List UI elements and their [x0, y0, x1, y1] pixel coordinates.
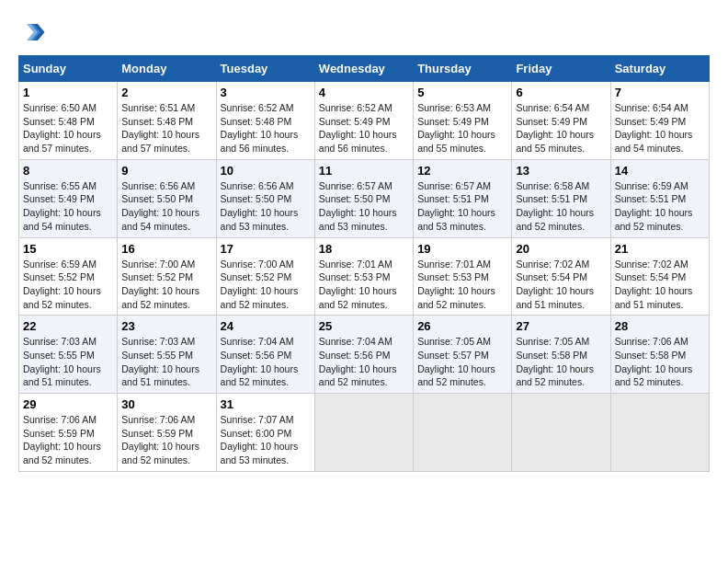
- calendar-cell: 7Sunrise: 6:54 AM Sunset: 5:49 PM Daylig…: [610, 82, 709, 160]
- calendar-cell: 29Sunrise: 7:06 AM Sunset: 5:59 PM Dayli…: [19, 394, 118, 472]
- day-info: Sunrise: 6:55 AM Sunset: 5:49 PM Dayligh…: [23, 179, 113, 234]
- calendar-cell: 22Sunrise: 7:03 AM Sunset: 5:55 PM Dayli…: [19, 316, 118, 394]
- calendar-cell: 26Sunrise: 7:05 AM Sunset: 5:57 PM Dayli…: [414, 316, 512, 394]
- day-info: Sunrise: 7:01 AM Sunset: 5:53 PM Dayligh…: [319, 258, 409, 312]
- day-number: 31: [221, 397, 311, 411]
- day-info: Sunrise: 6:52 AM Sunset: 5:49 PM Dayligh…: [319, 101, 409, 155]
- day-info: Sunrise: 6:50 AM Sunset: 5:48 PM Dayligh…: [23, 101, 113, 155]
- day-info: Sunrise: 6:54 AM Sunset: 5:49 PM Dayligh…: [615, 101, 705, 155]
- day-info: Sunrise: 7:03 AM Sunset: 5:55 PM Dayligh…: [121, 335, 211, 389]
- weekday-header-friday: Friday: [512, 56, 610, 82]
- logo: [18, 18, 50, 46]
- day-info: Sunrise: 7:06 AM Sunset: 5:59 PM Dayligh…: [121, 413, 211, 467]
- day-number: 15: [23, 242, 113, 256]
- weekday-header-sunday: Sunday: [19, 56, 118, 82]
- calendar-table: SundayMondayTuesdayWednesdayThursdayFrid…: [18, 55, 710, 472]
- day-number: 1: [23, 86, 113, 99]
- calendar-cell: 17Sunrise: 7:00 AM Sunset: 5:52 PM Dayli…: [216, 237, 314, 316]
- calendar-cell: 19Sunrise: 7:01 AM Sunset: 5:53 PM Dayli…: [414, 237, 512, 316]
- day-number: 18: [319, 242, 409, 256]
- day-number: 16: [121, 242, 211, 256]
- day-info: Sunrise: 6:59 AM Sunset: 5:51 PM Dayligh…: [615, 179, 705, 234]
- day-info: Sunrise: 6:57 AM Sunset: 5:51 PM Dayligh…: [417, 179, 507, 234]
- day-info: Sunrise: 7:03 AM Sunset: 5:55 PM Dayligh…: [23, 335, 113, 389]
- day-number: 23: [121, 319, 211, 333]
- day-info: Sunrise: 7:05 AM Sunset: 5:57 PM Dayligh…: [417, 335, 507, 389]
- calendar-cell: 10Sunrise: 6:56 AM Sunset: 5:50 PM Dayli…: [216, 159, 314, 237]
- day-number: 14: [615, 164, 705, 178]
- calendar-header: SundayMondayTuesdayWednesdayThursdayFrid…: [19, 56, 710, 82]
- calendar-cell: [610, 394, 709, 472]
- week-row-2: 8Sunrise: 6:55 AM Sunset: 5:49 PM Daylig…: [19, 159, 710, 237]
- day-info: Sunrise: 7:00 AM Sunset: 5:52 PM Dayligh…: [121, 258, 211, 312]
- day-number: 11: [319, 164, 409, 178]
- calendar-cell: 16Sunrise: 7:00 AM Sunset: 5:52 PM Dayli…: [118, 237, 216, 316]
- weekday-header-wednesday: Wednesday: [314, 56, 413, 82]
- calendar-cell: 21Sunrise: 7:02 AM Sunset: 5:54 PM Dayli…: [610, 237, 709, 316]
- weekday-header-row: SundayMondayTuesdayWednesdayThursdayFrid…: [19, 56, 710, 82]
- calendar-cell: [512, 394, 610, 472]
- day-number: 7: [615, 86, 705, 99]
- day-number: 5: [417, 86, 507, 99]
- calendar-cell: 23Sunrise: 7:03 AM Sunset: 5:55 PM Dayli…: [118, 316, 216, 394]
- header: [18, 18, 710, 46]
- day-number: 24: [221, 319, 311, 333]
- day-info: Sunrise: 7:06 AM Sunset: 5:59 PM Dayligh…: [23, 413, 113, 467]
- day-info: Sunrise: 6:52 AM Sunset: 5:48 PM Dayligh…: [221, 101, 311, 155]
- calendar-cell: 15Sunrise: 6:59 AM Sunset: 5:52 PM Dayli…: [19, 237, 118, 316]
- day-number: 9: [121, 164, 211, 178]
- calendar-cell: 12Sunrise: 6:57 AM Sunset: 5:51 PM Dayli…: [414, 159, 512, 237]
- day-number: 19: [417, 242, 507, 256]
- weekday-header-monday: Monday: [118, 56, 216, 82]
- day-info: Sunrise: 7:05 AM Sunset: 5:58 PM Dayligh…: [516, 335, 606, 389]
- calendar-cell: 3Sunrise: 6:52 AM Sunset: 5:48 PM Daylig…: [216, 82, 314, 160]
- calendar-cell: 20Sunrise: 7:02 AM Sunset: 5:54 PM Dayli…: [512, 237, 610, 316]
- day-number: 6: [516, 86, 606, 99]
- calendar-cell: 2Sunrise: 6:51 AM Sunset: 5:48 PM Daylig…: [118, 82, 216, 160]
- day-number: 25: [319, 319, 409, 333]
- day-info: Sunrise: 7:02 AM Sunset: 5:54 PM Dayligh…: [615, 258, 705, 312]
- day-number: 2: [121, 86, 211, 99]
- day-number: 13: [516, 164, 606, 178]
- calendar-cell: 8Sunrise: 6:55 AM Sunset: 5:49 PM Daylig…: [19, 159, 118, 237]
- day-info: Sunrise: 6:58 AM Sunset: 5:51 PM Dayligh…: [516, 179, 606, 234]
- calendar-cell: 14Sunrise: 6:59 AM Sunset: 5:51 PM Dayli…: [610, 159, 709, 237]
- day-number: 27: [516, 319, 606, 333]
- day-number: 26: [417, 319, 507, 333]
- calendar-cell: 27Sunrise: 7:05 AM Sunset: 5:58 PM Dayli…: [512, 316, 610, 394]
- day-number: 20: [516, 242, 606, 256]
- calendar-cell: 18Sunrise: 7:01 AM Sunset: 5:53 PM Dayli…: [314, 237, 413, 316]
- week-row-5: 29Sunrise: 7:06 AM Sunset: 5:59 PM Dayli…: [19, 394, 710, 472]
- week-row-4: 22Sunrise: 7:03 AM Sunset: 5:55 PM Dayli…: [19, 316, 710, 394]
- logo-icon: [18, 18, 46, 46]
- day-info: Sunrise: 7:04 AM Sunset: 5:56 PM Dayligh…: [221, 335, 311, 389]
- day-info: Sunrise: 7:01 AM Sunset: 5:53 PM Dayligh…: [417, 258, 507, 312]
- day-number: 4: [319, 86, 409, 99]
- calendar-cell: 24Sunrise: 7:04 AM Sunset: 5:56 PM Dayli…: [216, 316, 314, 394]
- calendar-cell: 5Sunrise: 6:53 AM Sunset: 5:49 PM Daylig…: [414, 82, 512, 160]
- day-number: 3: [221, 86, 311, 99]
- day-info: Sunrise: 7:07 AM Sunset: 6:00 PM Dayligh…: [221, 413, 311, 467]
- calendar-cell: 4Sunrise: 6:52 AM Sunset: 5:49 PM Daylig…: [314, 82, 413, 160]
- day-number: 30: [121, 397, 211, 411]
- day-number: 28: [615, 319, 705, 333]
- weekday-header-thursday: Thursday: [414, 56, 512, 82]
- calendar-cell: 28Sunrise: 7:06 AM Sunset: 5:58 PM Dayli…: [610, 316, 709, 394]
- day-info: Sunrise: 6:53 AM Sunset: 5:49 PM Dayligh…: [417, 101, 507, 155]
- day-info: Sunrise: 6:56 AM Sunset: 5:50 PM Dayligh…: [121, 179, 211, 234]
- day-info: Sunrise: 6:51 AM Sunset: 5:48 PM Dayligh…: [121, 101, 211, 155]
- day-number: 17: [221, 242, 311, 256]
- calendar-cell: 25Sunrise: 7:04 AM Sunset: 5:56 PM Dayli…: [314, 316, 413, 394]
- day-info: Sunrise: 6:56 AM Sunset: 5:50 PM Dayligh…: [221, 179, 311, 234]
- day-number: 10: [221, 164, 311, 178]
- calendar-cell: [314, 394, 413, 472]
- calendar-body: 1Sunrise: 6:50 AM Sunset: 5:48 PM Daylig…: [19, 82, 710, 472]
- week-row-3: 15Sunrise: 6:59 AM Sunset: 5:52 PM Dayli…: [19, 237, 710, 316]
- calendar-cell: [414, 394, 512, 472]
- day-number: 8: [23, 164, 113, 178]
- day-info: Sunrise: 6:54 AM Sunset: 5:49 PM Dayligh…: [516, 101, 606, 155]
- calendar-cell: 9Sunrise: 6:56 AM Sunset: 5:50 PM Daylig…: [118, 159, 216, 237]
- day-info: Sunrise: 7:02 AM Sunset: 5:54 PM Dayligh…: [516, 258, 606, 312]
- calendar-cell: 13Sunrise: 6:58 AM Sunset: 5:51 PM Dayli…: [512, 159, 610, 237]
- day-info: Sunrise: 7:06 AM Sunset: 5:58 PM Dayligh…: [615, 335, 705, 389]
